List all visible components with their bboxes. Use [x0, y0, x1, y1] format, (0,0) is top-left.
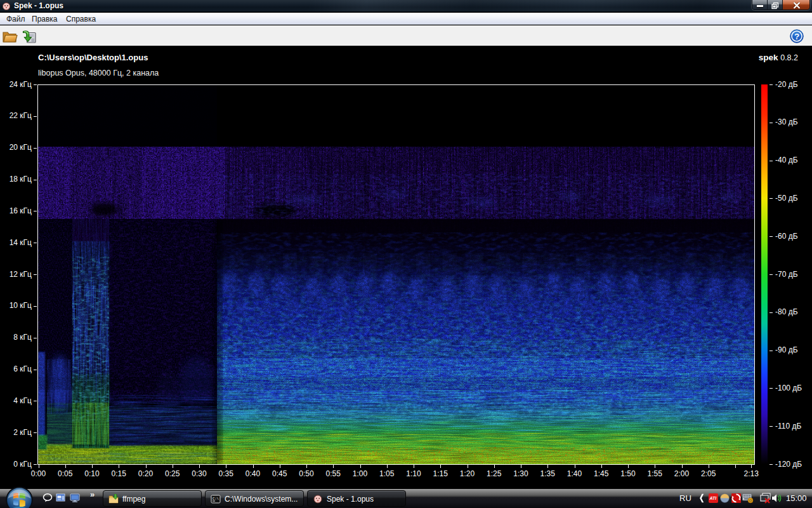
svg-text:?: ?	[794, 32, 799, 41]
svg-text:C:\: C:\	[213, 497, 219, 501]
